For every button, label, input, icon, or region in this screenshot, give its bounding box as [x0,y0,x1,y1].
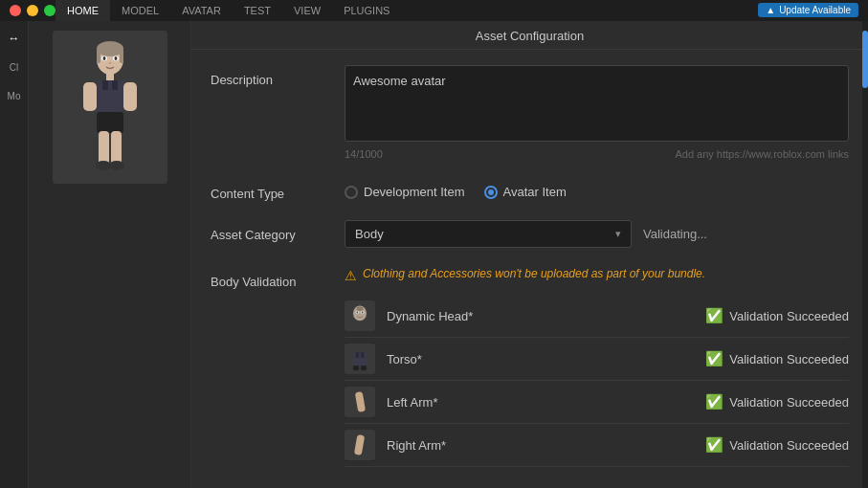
asset-category-control: Body ▾ Validating... [345,220,849,248]
body-validation-row: Body Validation ⚠ Clothing and Accessori… [211,267,849,467]
radio-development-item[interactable]: Development Item [345,185,465,199]
avatar-preview-panel [29,21,191,488]
config-panel: Asset Configuration Description 14/1000 … [191,21,868,488]
item-icon-torso [345,344,375,374]
scrollbar-thumb[interactable] [862,31,868,88]
item-status-torso: ✅ Validation Succeeded [705,350,849,367]
validation-item-right-arm: Right Arm* ✅ Validation Succeeded [345,424,849,467]
description-row: Description 14/1000 Add any https://www.… [211,65,849,160]
item-icon-dynamic-head [345,300,375,331]
svg-rect-26 [353,352,367,367]
svg-rect-9 [106,74,114,81]
svg-rect-16 [99,131,109,165]
dropdown-value: Body [355,227,384,241]
right-scrollbar[interactable] [862,21,868,488]
svg-rect-15 [97,112,123,133]
validating-status: Validating... [643,227,707,241]
content-type-label: Content Type [211,179,345,201]
status-text-right-arm: Validation Succeeded [729,438,849,453]
update-badge[interactable]: ▲ Update Available [758,3,858,17]
status-text-torso: Validation Succeeded [729,352,849,366]
maximize-button[interactable] [44,5,56,16]
item-name-torso: Torso* [387,352,694,366]
svg-point-7 [114,56,117,60]
chevron-down-icon: ▾ [615,228,621,240]
char-count: 14/1000 [345,148,383,160]
avatar-frame [53,31,167,184]
svg-rect-3 [120,49,123,63]
svg-point-8 [108,62,111,64]
svg-rect-31 [355,391,366,412]
svg-rect-28 [361,352,365,358]
status-text-dynamic-head: Validation Succeeded [729,309,849,323]
svg-rect-27 [356,352,360,358]
link-hint: Add any https://www.roblox.com links [675,148,849,160]
tab-test[interactable]: TEST [233,0,282,21]
update-badge-icon: ▲ [766,5,775,15]
validation-item-dynamic-head: Dynamic Head* ✅ Validation Succeeded [345,295,849,338]
svg-point-18 [96,161,111,170]
svg-point-24 [357,311,359,313]
item-status-dynamic-head: ✅ Validation Succeeded [705,307,849,324]
check-icon-left-arm: ✅ [705,393,723,410]
svg-rect-21 [357,306,364,310]
svg-rect-12 [112,80,118,90]
description-textarea[interactable] [345,65,849,142]
config-title: Asset Configuration [191,21,868,50]
asset-category-dropdown-row: Body ▾ Validating... [345,220,849,248]
item-name-dynamic-head: Dynamic Head* [387,309,694,323]
item-name-right-arm: Right Arm* [387,438,694,453]
tab-model[interactable]: MODEL [110,0,170,21]
radio-avatar-item[interactable]: Avatar Item [484,185,567,199]
top-nav-bar: HOME MODEL AVATAR TEST VIEW PLUGINS ▲ Up… [0,0,868,21]
validation-items-list: Dynamic Head* ✅ Validation Succeeded [345,295,849,467]
description-control: 14/1000 Add any https://www.roblox.com l… [345,65,849,160]
sidebar-close-icon[interactable]: Cl [5,57,24,77]
svg-rect-17 [111,131,122,165]
radio-label-avatar: Avatar Item [503,185,567,199]
radio-circle-development[interactable] [345,186,358,199]
check-icon-right-arm: ✅ [705,436,723,454]
tab-avatar[interactable]: AVATAR [170,0,233,21]
check-icon-dynamic-head: ✅ [705,307,723,324]
warning-icon: ⚠ [345,268,357,283]
svg-rect-10 [97,80,123,114]
item-status-left-arm: ✅ Validation Succeeded [705,393,849,410]
item-name-left-arm: Left Arm* [387,395,694,410]
close-button[interactable] [10,5,21,16]
radio-label-development: Development Item [364,185,465,199]
svg-rect-2 [97,49,100,63]
status-text-left-arm: Validation Succeeded [729,395,849,410]
tab-home[interactable]: HOME [56,0,110,21]
config-content: Description 14/1000 Add any https://www.… [191,50,868,488]
svg-point-19 [109,161,124,170]
svg-rect-11 [102,80,108,90]
svg-point-25 [362,311,364,313]
content-type-radio-group: Development Item Avatar Item [345,179,849,199]
svg-rect-13 [83,82,97,111]
radio-circle-avatar[interactable] [484,186,498,199]
asset-category-dropdown[interactable]: Body ▾ [345,220,632,248]
sidebar-model-icon[interactable]: Mo [5,86,24,105]
svg-rect-32 [354,434,365,455]
item-icon-right-arm [345,430,375,460]
tab-view[interactable]: VIEW [282,0,332,21]
validation-warning: ⚠ Clothing and Accessories won't be uplo… [345,267,849,283]
description-label: Description [211,65,345,87]
svg-point-1 [97,41,123,56]
minimize-button[interactable] [27,5,38,16]
body-validation-control: ⚠ Clothing and Accessories won't be uplo… [345,267,849,467]
item-icon-left-arm [345,387,375,417]
svg-point-6 [102,56,105,60]
asset-category-label: Asset Category [211,220,345,242]
warning-text: Clothing and Accessories won't be upload… [363,267,705,280]
sidebar-move-icon[interactable]: ↔ [5,29,24,48]
svg-rect-14 [123,82,137,111]
svg-rect-30 [361,366,367,370]
tab-plugins[interactable]: PLUGINS [332,0,401,21]
asset-category-row: Asset Category Body ▾ Validating... [211,220,849,248]
update-badge-label: Update Available [779,5,851,15]
content-type-row: Content Type Development Item Avatar Ite… [211,179,849,201]
item-status-right-arm: ✅ Validation Succeeded [705,436,849,454]
svg-rect-29 [353,366,359,370]
